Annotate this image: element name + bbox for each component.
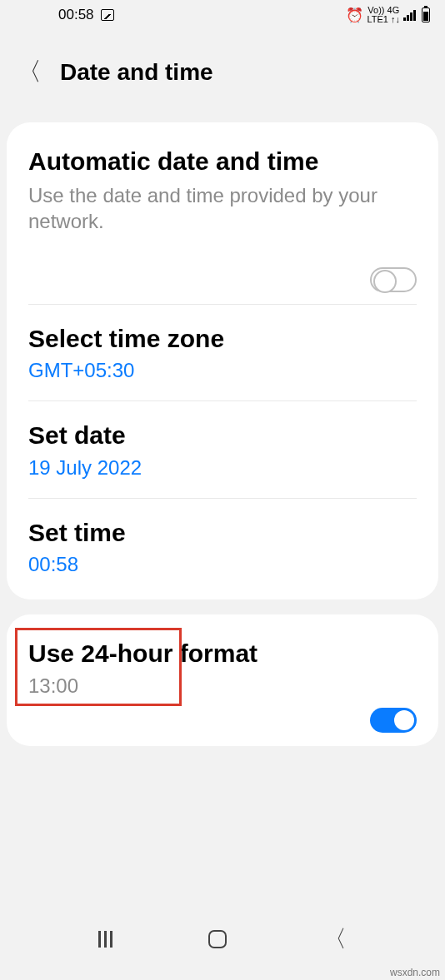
nav-home-button[interactable] [208, 930, 227, 948]
row-value: 13:00 [28, 674, 417, 698]
nav-back-button[interactable]: 〈 [323, 923, 347, 955]
auto-datetime-toggle[interactable] [370, 267, 417, 292]
row-title: Use 24-hour format [28, 638, 417, 669]
row-title: Select time zone [28, 323, 417, 355]
battery-icon [422, 7, 430, 22]
row-value: 19 July 2022 [28, 456, 417, 480]
page-header: 〈 Date and time [0, 30, 445, 122]
row-title: Set time [28, 517, 417, 549]
watermark: wsxdn.com [390, 967, 440, 978]
settings-card-main: Automatic date and time Use the date and… [7, 122, 438, 599]
row-24hour-format[interactable]: Use 24-hour format 13:00 [7, 619, 438, 741]
row-set-time[interactable]: Set time 00:58 [7, 499, 438, 595]
picture-icon [101, 9, 114, 21]
page-title: Date and time [60, 59, 213, 86]
row-select-timezone[interactable]: Select time zone GMT+05:30 [7, 305, 438, 401]
row-title: Automatic date and time [28, 146, 417, 177]
row-set-date[interactable]: Set date 19 July 2022 [7, 401, 438, 498]
back-icon[interactable]: 〈 [17, 55, 42, 89]
network-label: Vo)) 4G LTE1 ↑↓ [367, 6, 400, 24]
row-value: GMT+05:30 [28, 359, 417, 382]
status-time: 00:58 [58, 7, 94, 23]
signal-icon [403, 10, 416, 21]
row-desc: Use the date and time provided by your n… [28, 182, 417, 234]
settings-card-format: Use 24-hour format 13:00 [7, 614, 438, 746]
row-value: 00:58 [28, 553, 417, 576]
alarm-icon [346, 7, 363, 24]
row-auto-datetime[interactable]: Automatic date and time Use the date and… [7, 127, 438, 252]
nav-bar: 〈 [0, 923, 445, 955]
status-bar: 00:58 Vo)) 4G LTE1 ↑↓ [0, 0, 445, 30]
format-24h-toggle[interactable] [370, 708, 417, 733]
row-title: Set date [28, 420, 417, 451]
nav-recents-button[interactable] [98, 931, 112, 948]
